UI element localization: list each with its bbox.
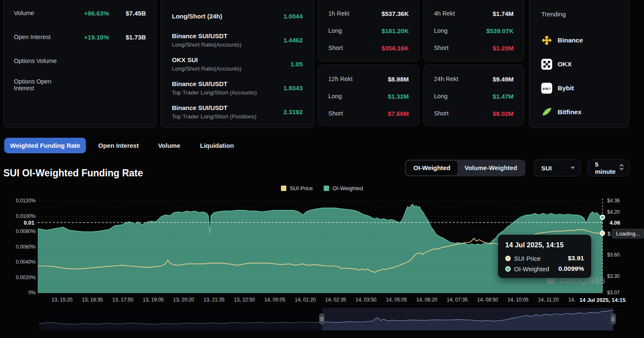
- rekt-total: $537.36K: [382, 10, 409, 17]
- rekt-card-4h: 4h Rekt$1.74M Long$539.07K Short$1.20M: [423, 0, 524, 61]
- x-axis-tick: 13, 22:50: [234, 297, 255, 303]
- coinglass-dashboard: Volume +96.63% $7.45B Open Interest +19.…: [0, 0, 644, 338]
- ratio-subtitle: Top Trader Long/Short (Positions): [172, 113, 283, 120]
- rekt-title: 4h Rekt: [434, 10, 493, 17]
- x-axis-tick: 14, 11:20: [538, 297, 558, 303]
- x-axis-tick: 14, 00:05: [264, 297, 285, 303]
- rekt-long-value: $181.20K: [382, 27, 409, 34]
- bybit-logo-icon: BYB!T: [541, 83, 552, 94]
- rekt-short-label: Short: [434, 45, 493, 51]
- oi-weighted-marker: [600, 215, 605, 219]
- ratio-row: Binance SUI/USDT Top Trader Long/Short (…: [172, 102, 303, 121]
- crosshair-right-value-badge: 4.06: [607, 218, 623, 227]
- legend-label: SUI Price: [290, 185, 313, 191]
- x-axis-tick: 14, 06:20: [416, 297, 437, 303]
- rekt-short-value: $7.66M: [388, 110, 409, 117]
- trending-item-bitfinex[interactable]: Bitfinex: [541, 106, 617, 118]
- sui-price-dot-icon: [505, 256, 511, 261]
- sui-price-marker: [600, 231, 605, 235]
- symbol-select[interactable]: SUI: [534, 160, 580, 176]
- rekt-long-label: Long: [328, 27, 382, 34]
- tooltip-label: SUI Price: [514, 255, 540, 262]
- interval-select-value: 5 minute: [595, 161, 619, 175]
- rekt-long-label: Long: [434, 93, 493, 100]
- rekt-short-value: $356.16K: [382, 45, 409, 52]
- binance-logo-icon: [541, 35, 552, 46]
- y-left-tick: 0.0020%: [3, 275, 36, 280]
- okx-logo-icon: [541, 59, 552, 70]
- ratio-title: Binance SUI/USDT: [172, 104, 283, 111]
- chart-range-navigator[interactable]: [39, 308, 613, 330]
- rekt-long-label: Long: [434, 27, 486, 34]
- tab-liquidation[interactable]: Liquidation: [200, 142, 234, 149]
- tooltip-row-oi-weighted: OI-Weighted 0.0099%: [505, 265, 584, 272]
- navigator-selected-region[interactable]: [322, 308, 613, 330]
- trending-name: Binance: [558, 37, 583, 44]
- y-left-tick: 0.0060%: [3, 244, 36, 250]
- trending-item-bybit[interactable]: BYB!T Bybit: [541, 82, 617, 94]
- chart-legend: SUI Price OI-Weighted: [0, 185, 644, 191]
- y-right-tick: $4.20: [607, 209, 641, 215]
- x-axis-tick: 13, 15:20: [52, 297, 73, 303]
- y-left-tick: 0.0040%: [3, 259, 36, 265]
- navigator-unselected-region: [39, 308, 322, 330]
- y-right-tick: $3.07: [607, 290, 641, 296]
- rekt-title: 24h Rekt: [434, 76, 493, 82]
- svg-text:BYB!T: BYB!T: [543, 87, 551, 90]
- stat-change: +19.10%: [69, 34, 109, 41]
- x-axis-tick: 14, 05:05: [386, 297, 407, 303]
- rekt-total: $8.98M: [388, 76, 409, 83]
- rekt-title: 1h Rekt: [328, 10, 382, 17]
- sui-price-swatch-icon: [281, 186, 286, 191]
- stat-row-volume: Volume +96.63% $7.45B: [14, 8, 146, 18]
- ratio-title: Long/Short (24h): [172, 13, 283, 20]
- volume-weighted-option[interactable]: Volume-Weighted: [457, 161, 524, 175]
- navigator-right-handle[interactable]: [610, 313, 616, 325]
- interval-select[interactable]: 5 minute: [588, 160, 629, 176]
- legend-item-sui-price[interactable]: SUI Price: [281, 185, 313, 191]
- y-right-tick: $3.60: [607, 252, 641, 258]
- oi-weighted-swatch-icon: [324, 186, 329, 191]
- x-axis-tick: 13, 17:50: [112, 297, 133, 303]
- x-axis-tick: 14, 08:50: [477, 297, 498, 303]
- oi-weighted-option[interactable]: OI-Weighted: [406, 161, 457, 175]
- ratio-row: Long/Short (24h) 1.0044: [172, 7, 303, 25]
- x-axis-tick: 13, 16:35: [82, 297, 103, 303]
- tab-weighted-funding-rate[interactable]: Weighted Funding Rate: [4, 138, 86, 153]
- stat-label: Open Interest: [14, 34, 69, 40]
- ratio-value: 1.4462: [283, 37, 303, 44]
- legend-item-oi-weighted[interactable]: OI-Weighted: [324, 185, 363, 191]
- stat-value: $1.73B: [109, 34, 146, 41]
- tab-volume[interactable]: Volume: [158, 142, 180, 149]
- bitfinex-logo-icon: [541, 107, 552, 118]
- trending-item-binance[interactable]: Binance: [541, 34, 617, 46]
- trending-item-okx[interactable]: OKX: [541, 58, 617, 70]
- stat-row-open-interest: Open Interest +19.10% $1.73B: [14, 32, 146, 42]
- rekt-short-value: $1.20M: [493, 45, 514, 52]
- chart-tabs: Weighted Funding Rate Open Interest Volu…: [4, 138, 234, 153]
- tooltip-label: OI-Weighted: [514, 265, 549, 272]
- chevron-up-down-icon: [619, 163, 624, 173]
- crosshair-date-badge: 14 Jul 2025, 14:15: [575, 295, 630, 305]
- ratio-subtitle: Long/Short Ratio(Accounts): [172, 42, 283, 48]
- x-axis-tick: 14, 10:05: [507, 297, 528, 303]
- legend-label: OI-Weighted: [332, 185, 363, 191]
- tab-open-interest[interactable]: Open Interest: [98, 142, 139, 149]
- loading-indicator: $ Loading...: [608, 229, 644, 238]
- rekt-card-1h: 1h Rekt$537.36K Long$181.20K Short$356.1…: [318, 0, 419, 61]
- x-axis-tick: 14, 03:50: [356, 297, 377, 303]
- chevron-down-icon: [571, 167, 575, 169]
- stat-label: Options Volume: [14, 58, 69, 64]
- trending-name: Bybit: [558, 84, 574, 92]
- x-axis-tick: 13, 19:05: [143, 297, 164, 303]
- rekt-long-value: $539.07K: [486, 27, 514, 34]
- rekt-long-label: Long: [328, 93, 388, 100]
- rekt-title: 12h Rekt: [328, 76, 388, 82]
- navigator-left-handle[interactable]: [319, 313, 325, 325]
- stat-row-options-volume: Options Volume: [14, 56, 146, 66]
- symbol-select-value: SUI: [541, 165, 552, 172]
- price-label-fragment: $: [608, 231, 610, 237]
- trending-name: Bitfinex: [558, 108, 582, 116]
- ratio-title: OKX SUI: [172, 56, 291, 63]
- ratio-subtitle: Top Trader Long/Short (Accounts): [172, 89, 283, 96]
